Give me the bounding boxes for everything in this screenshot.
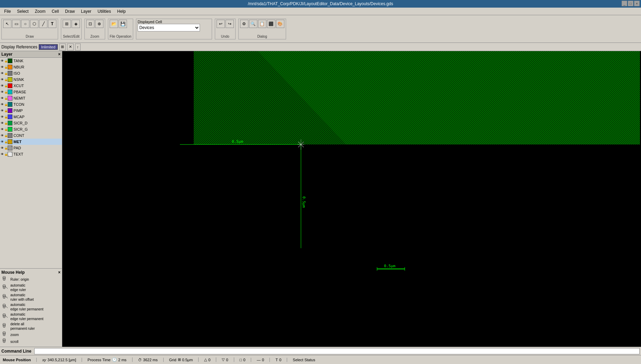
menu-zoom[interactable]: Zoom [32,8,48,15]
select-box-btn[interactable]: ◈ [72,20,80,28]
layer-lock-iso[interactable]: 🔓 [4,72,8,75]
minimize-button[interactable]: _ [622,1,627,6]
zoom-label: Zoom [86,35,103,38]
layer-lock-tank[interactable]: 🔓 [4,59,8,63]
layer-name-text: TEXT [13,152,23,156]
layer-eye-tcon[interactable]: 👁 [1,103,4,106]
dialog-btn2[interactable]: 🔍 [249,20,257,28]
layer-lock-met[interactable]: 🔓 [4,140,8,143]
layer-name-nemit: NEMIT [13,96,25,100]
layer-eye-nsnk[interactable]: 👁 [1,78,4,81]
layer-item-nbur[interactable]: 👁 🔓 NBUR [0,64,62,70]
layer-item-pad[interactable]: 👁 🔓 PAD [0,145,62,151]
layer-lock-tcon[interactable]: 🔓 [4,103,8,106]
close-button[interactable]: × [634,1,640,6]
menu-cell[interactable]: Cell [49,8,62,15]
maximize-button[interactable]: □ [628,1,633,6]
layer-item-sicr_d[interactable]: 👁 🔓 SICR_D [0,120,62,126]
layer-eye-iso[interactable]: 👁 [1,72,4,75]
display-ref-btn2[interactable]: ✕ [67,44,74,50]
layer-swatch-met [8,139,12,144]
select-all-btn[interactable]: ⊞ [63,20,71,28]
layer-lock-pad[interactable]: 🔓 [4,146,8,150]
layer-lock-pbase[interactable]: 🔓 [4,90,8,94]
draw-path-btn[interactable]: ╱ [39,20,47,28]
layer-eye-nemit[interactable]: 👁 [1,96,4,100]
canvas-area[interactable]: 0.5μm 0.5μm 0.5μm [62,51,641,347]
scale-bar-label: 0.5μm [384,264,395,268]
layer-lock-nbur[interactable]: 🔓 [4,65,8,69]
menu-file[interactable]: File [1,8,13,15]
layer-lock-text[interactable]: 🔓 [4,152,8,156]
dialog-btn1[interactable]: ⚙ [240,20,248,28]
undo-label: Undo [217,35,234,38]
layer-lock-mcap[interactable]: 🔓 [4,115,8,119]
layer-eye-nbur[interactable]: 👁 [1,65,4,69]
menu-utilities[interactable]: Utilities [95,8,114,15]
display-ref-btn3[interactable]: ↑ [75,44,81,50]
layer-lock-nsnk[interactable]: 🔓 [4,78,8,81]
menu-select[interactable]: Select [14,8,31,15]
layer-eye-met[interactable]: 👁 [1,140,4,143]
layer-eye-pbase[interactable]: 👁 [1,90,4,94]
dialog-btn5[interactable]: 🎨 [276,20,284,28]
layer-item-xcut[interactable]: 👁 🔓 XCUT [0,83,62,89]
layer-item-nsnk[interactable]: 👁 🔓 NSNK [0,76,62,83]
layer-item-met[interactable]: 👁 🔓 MET [0,139,62,145]
layer-lock-cont[interactable]: 🔓 [4,134,8,137]
layer-lock-xcut[interactable]: 🔓 [4,84,8,87]
layer-lock-pimp[interactable]: 🔓 [4,109,8,112]
layer-name-met: MET [13,140,21,144]
menu-layer[interactable]: Layer [78,8,94,15]
draw-circle-btn[interactable]: ○ [21,20,29,28]
layer-eye-mcap[interactable]: 👁 [1,115,4,119]
command-input[interactable] [34,348,640,354]
layer-eye-tank[interactable]: 👁 [1,59,4,63]
layer-item-tcon[interactable]: 👁 🔓 TCON [0,101,62,108]
layer-close-btn[interactable]: × [58,52,61,57]
dialog-btn4[interactable]: ⬛ [267,20,275,28]
file-open-btn[interactable]: 📂 [110,20,118,28]
layer-lock-sicr_d[interactable]: 🔓 [4,121,8,125]
draw-arrow-btn[interactable]: ↖ [3,20,11,28]
zoom-in-btn[interactable]: ⊕ [95,20,103,28]
layer-item-tank[interactable]: 👁 🔓 TANK [0,58,62,64]
title-text: /mnt/sda1/THAT_Corp/PDK/JI/LayoutEditor_… [248,1,393,6]
draw-polygon-btn[interactable]: ⬡ [30,20,38,28]
counter1-icon: ▽ [222,357,225,362]
layer-eye-xcut[interactable]: 👁 [1,84,4,87]
layer-item-iso[interactable]: 👁 🔓 ISO [0,70,62,76]
layer-eye-sicr_d[interactable]: 👁 [1,121,4,125]
menu-draw[interactable]: Draw [62,8,77,15]
layer-item-pimp[interactable]: 👁 🔓 PIMP [0,108,62,114]
mouse-help-item-3: automaticedge ruler permanent [1,302,61,311]
layer-item-sicr_g[interactable]: 👁 🔓 SICR_G [0,126,62,132]
redo-btn[interactable]: ↪ [226,20,234,28]
mouse-help-title: Mouse Help [1,270,25,275]
layer-eye-text[interactable]: 👁 [1,152,4,156]
dialog-btn3[interactable]: 📋 [258,20,266,28]
zoom-fit-btn[interactable]: ⊡ [86,20,94,28]
mouse-help-close-btn[interactable]: × [58,270,61,275]
display-ref-tag[interactable]: Inlimited [39,44,58,50]
layer-eye-cont[interactable]: 👁 [1,134,4,137]
draw-text-btn[interactable]: T [48,20,56,28]
layer-eye-pad[interactable]: 👁 [1,146,4,150]
layer-item-pbase[interactable]: 👁 🔓 PBASE [0,89,62,95]
title-bar-controls[interactable]: _ □ × [622,1,640,6]
command-line: Command Line [0,347,641,355]
layer-item-nemit[interactable]: 👁 🔓 NEMIT [0,95,62,101]
layer-lock-sicr_g[interactable]: 🔓 [4,128,8,131]
display-ref-btn1[interactable]: ⊞ [59,44,66,50]
layer-eye-pimp[interactable]: 👁 [1,109,4,112]
menu-help[interactable]: Help [115,8,129,15]
layer-item-mcap[interactable]: 👁 🔓 MCAP [0,114,62,120]
layer-item-text[interactable]: 👁 🔓 TEXT [0,151,62,157]
undo-btn[interactable]: ↩ [217,20,225,28]
layer-item-cont[interactable]: 👁 🔓 CONT [0,132,62,139]
draw-rect-btn[interactable]: ▭ [12,20,20,28]
file-save-btn[interactable]: 💾 [119,20,127,28]
layer-lock-nemit[interactable]: 🔓 [4,96,8,100]
displayed-cell-select[interactable]: Devices [138,24,200,31]
layer-eye-sicr_g[interactable]: 👁 [1,128,4,131]
